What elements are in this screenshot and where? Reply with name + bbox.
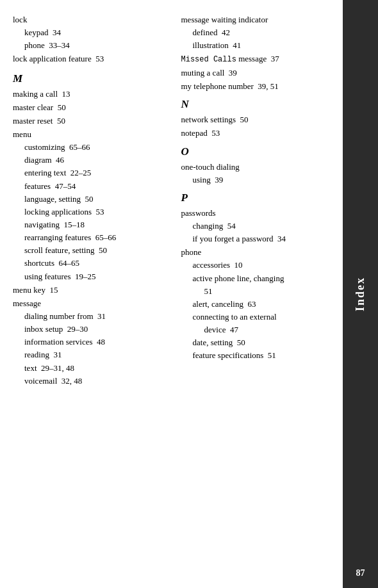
- entry-network: network settings 50: [181, 113, 337, 126]
- entry-reading: reading 31: [13, 348, 168, 361]
- left-column: lock keypad 34 phone 33–34 lock applicat…: [13, 13, 172, 575]
- index-sidebar: Index 87: [343, 0, 378, 588]
- entry-entering-text: entering text 22–25: [13, 167, 168, 179]
- entry-msg-waiting: message waiting indicator: [181, 13, 337, 26]
- entry-info-services: information services 48: [13, 336, 168, 348]
- entry-lock: lock: [13, 13, 168, 26]
- entry-using-features: using features 19–25: [13, 270, 168, 283]
- entry-phone-lock: phone 33–34: [13, 39, 168, 52]
- entry-connecting: connecting to an external: [181, 311, 337, 323]
- entry-notepad: notepad 53: [181, 127, 337, 140]
- entry-illustration: illustration 41: [181, 39, 337, 52]
- entry-dialing-number: dialing number from 31: [13, 310, 168, 323]
- entry-master-clear: master clear 50: [13, 101, 168, 114]
- entry-defined: defined 42: [181, 26, 337, 39]
- entry-muting: muting a call 39: [181, 67, 337, 79]
- entry-phone: phone: [181, 246, 337, 259]
- content-area: lock keypad 34 phone 33–34 lock applicat…: [0, 0, 343, 588]
- entry-lock-app: lock application feature 53: [13, 53, 168, 65]
- entry-message: message: [13, 297, 168, 310]
- entry-menu: menu: [13, 128, 168, 141]
- entry-my-tel: my telephone number 39, 51: [181, 80, 337, 93]
- entry-missed-calls: Missed Calls message 37: [181, 53, 337, 66]
- heading-n: N: [181, 98, 337, 111]
- entry-passwords: passwords: [181, 207, 337, 220]
- entry-one-touch: one-touch dialing: [181, 161, 337, 174]
- entry-language: language, setting 50: [13, 193, 168, 206]
- heading-o: O: [181, 145, 337, 158]
- entry-menu-key: menu key 15: [13, 284, 168, 297]
- entry-master-reset: master reset 50: [13, 115, 168, 127]
- page-number: 87: [343, 568, 378, 578]
- entry-forget-password: if you forget a password 34: [181, 233, 337, 245]
- entry-locking-apps: locking applications 53: [13, 206, 168, 218]
- entry-making-call: making a call 13: [13, 88, 168, 101]
- entry-accessories: accessories 10: [181, 259, 337, 272]
- entry-keypad: keypad 34: [13, 26, 168, 39]
- entry-using-39: using 39: [181, 174, 337, 186]
- entry-changing: changing 54: [181, 220, 337, 233]
- entry-rearranging: rearranging features 65–66: [13, 231, 168, 244]
- entry-voicemail: voicemail 32, 48: [13, 375, 168, 388]
- entry-text: text 29–31, 48: [13, 362, 168, 375]
- missed-calls-mono: Missed Calls: [181, 55, 236, 64]
- entry-scroll: scroll feature, setting 50: [13, 244, 168, 257]
- entry-navigating: navigating 15–18: [13, 218, 168, 231]
- entry-active-line: active phone line, changing: [181, 272, 337, 285]
- entry-alert: alert, canceling 63: [181, 298, 337, 311]
- heading-p: P: [181, 192, 337, 204]
- entry-date: date, setting 50: [181, 336, 337, 349]
- entry-inbox-setup: inbox setup 29–30: [13, 323, 168, 336]
- right-column: message waiting indicator defined 42 ill…: [178, 13, 337, 575]
- entry-diagram: diagram 46: [13, 154, 168, 167]
- entry-shortcuts: shortcuts 64–65: [13, 257, 168, 270]
- page-container: lock keypad 34 phone 33–34 lock applicat…: [0, 0, 378, 588]
- entry-customizing: customizing 65–66: [13, 141, 168, 154]
- entry-feature-specs: feature specifications 51: [181, 349, 337, 362]
- entry-features: features 47–54: [13, 180, 168, 193]
- entry-active-line-51: 51: [181, 285, 337, 298]
- sidebar-title: Index: [354, 277, 367, 311]
- entry-device: device 47: [181, 323, 337, 336]
- heading-m: M: [13, 72, 168, 85]
